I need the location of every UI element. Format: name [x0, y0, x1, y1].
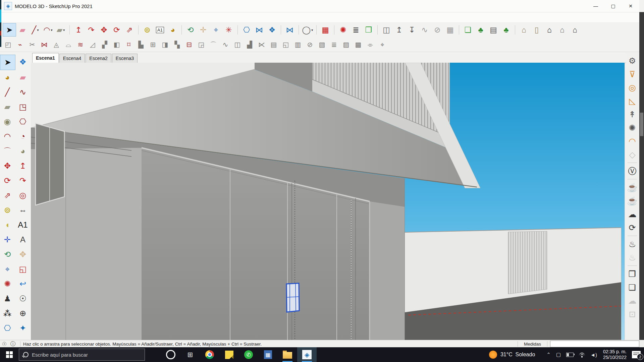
measurements-input[interactable] [550, 341, 639, 347]
vray-viewport-render[interactable]: ♨ [626, 237, 639, 251]
clock[interactable]: 02:35 p. m. 25/10/2022 [603, 349, 627, 361]
tablet-mode-icon[interactable]: ▢ [556, 352, 561, 358]
layers-blue-tool[interactable]: ❖ [266, 23, 278, 36]
vray-render[interactable]: ☕ [626, 181, 639, 194]
zoom-tool[interactable]: ⌖ [0, 262, 15, 277]
vray-infinite-plane[interactable]: ⊽ [626, 67, 639, 81]
section-down-tool[interactable]: ↧ [406, 23, 418, 36]
ext-tool-31[interactable]: ⌯ [364, 39, 376, 50]
home-tool[interactable]: ⌂ [543, 23, 556, 36]
follow-me-tool[interactable]: ↷ [15, 173, 30, 188]
tape-measure-tool[interactable]: ⊚ [0, 203, 15, 218]
ext-tool-9[interactable]: ▞ [99, 39, 111, 50]
eraser-tool[interactable]: ▰ [16, 23, 29, 36]
text-tool[interactable]: A1 [154, 23, 166, 36]
component-window-tool[interactable]: ❏ [462, 23, 474, 36]
push-pull-tool[interactable]: ↥ [15, 159, 30, 173]
previous-view-tool[interactable]: ↩ [15, 277, 30, 291]
eraser-tool[interactable]: ▰ [15, 70, 30, 85]
vray-spot-light[interactable]: ↟ [626, 108, 639, 121]
ext-tool-4[interactable]: ⋈ [38, 39, 50, 50]
position-camera-tool[interactable]: ♟ [0, 291, 15, 306]
arc-tool[interactable]: ◠ [42, 23, 54, 36]
ext-tool-20[interactable]: ◫ [231, 39, 244, 50]
zoom-extents-tool[interactable]: ✳ [222, 23, 235, 36]
select-tool[interactable]: ➤ [0, 55, 15, 70]
scrollbar-thumb[interactable] [640, 113, 643, 136]
ext-tool-21[interactable]: ▟ [244, 39, 256, 50]
tree-tool-2[interactable]: ♣ [500, 23, 513, 36]
filled-arc-tool[interactable]: ◕ [15, 144, 30, 159]
taskbar-app-chrome[interactable] [200, 347, 219, 362]
taskbar-app-sketchup[interactable]: ◈ [297, 347, 317, 362]
taskbar-app-file-explorer[interactable] [278, 347, 297, 362]
list-tool[interactable]: ≣ [350, 23, 362, 36]
rotate-tool[interactable]: ⟳ [0, 173, 15, 188]
scene-tab[interactable]: Escena3 [112, 54, 138, 63]
volume-icon[interactable]: ◄) [590, 352, 597, 358]
sketchup-hex-tool[interactable]: ⎔ [240, 23, 253, 36]
rectangle-tool[interactable]: ▰ [54, 23, 67, 36]
ext-tool-22[interactable]: ⋉ [256, 39, 268, 50]
pan-tool[interactable]: ✛ [197, 23, 210, 36]
weather-sun-icon[interactable] [489, 351, 497, 359]
ext-tool-1[interactable]: ◰ [2, 39, 14, 50]
side-panel-strip[interactable] [639, 12, 644, 340]
grass-tool[interactable]: ∿ [418, 23, 431, 36]
zoom-window-tool[interactable]: ◱ [15, 262, 30, 277]
vray-logo[interactable]: Ⓥ [626, 164, 639, 178]
scene-tab[interactable]: Escena2 [86, 54, 111, 63]
ext-tool-29[interactable]: ▨ [340, 39, 352, 50]
ext-tool-8[interactable]: ◿ [87, 39, 99, 50]
arc-tool[interactable]: ◠ [0, 129, 15, 144]
section-up-tool[interactable]: ↥ [393, 23, 406, 36]
ext-tool-17[interactable]: ◲ [195, 39, 207, 50]
paint-bucket-tool[interactable]: ◕ [0, 70, 15, 85]
rectangle-tool[interactable]: ▰ [0, 100, 15, 114]
close-button[interactable]: ✕ [622, 0, 639, 12]
push-pull-tool[interactable]: ↥ [72, 23, 85, 36]
line-tool[interactable]: ╱ [29, 23, 42, 36]
walk-tool[interactable]: ⁂ [0, 306, 15, 321]
protractor-tool[interactable]: ◖ [0, 218, 15, 232]
taskbar-app-sticky-notes[interactable] [219, 347, 239, 362]
clip-tool[interactable]: ⊘ [431, 23, 444, 36]
ext-tool-7[interactable]: ≋ [74, 39, 87, 50]
swap-model-tool[interactable]: ⋈ [253, 23, 266, 36]
ext-tool-19[interactable]: ∿ [219, 39, 231, 50]
ext-tool-27[interactable]: ▧ [316, 39, 328, 50]
swap-model-tool-2[interactable]: ⋈ [283, 23, 296, 36]
vray-render-cloud[interactable]: ☁ [626, 207, 639, 221]
ext-tool-18[interactable]: ⌒ [207, 39, 219, 50]
taskbar-search[interactable]: Escribe aquí para buscar [19, 349, 145, 361]
move-tool[interactable]: ✥ [98, 23, 110, 36]
battery-icon[interactable] [566, 353, 574, 357]
dimension-tool[interactable]: ⇔ [15, 203, 30, 218]
house-outline-tool[interactable]: ⌂ [569, 23, 581, 36]
ext-tool-15[interactable]: ▚ [171, 39, 183, 50]
taskbar-app-task-view[interactable]: ⊞ [180, 347, 200, 362]
vray-dome-light[interactable]: ◠ [626, 134, 639, 148]
paint-bucket-tool[interactable]: ◕ [166, 23, 179, 36]
notification-center-icon[interactable]: 2 [632, 351, 641, 358]
green-box-tool[interactable]: ❐ [362, 23, 375, 36]
three-point-arc-tool[interactable]: ⌒ [0, 144, 15, 159]
ext-tool-11[interactable]: ⌑ [123, 39, 135, 50]
scale-tool[interactable]: ⇗ [0, 188, 15, 203]
ext-tool-25[interactable]: ▥ [292, 39, 304, 50]
start-button[interactable] [0, 347, 19, 362]
ext-tool-32[interactable]: ⌖ [376, 39, 388, 50]
ext-tool-5[interactable]: ◬ [50, 39, 62, 50]
ext-tool-14[interactable]: ◨ [159, 39, 171, 50]
vray-batch-render[interactable]: ❏ [626, 281, 639, 294]
compass-tool[interactable]: ⊕ [15, 306, 30, 321]
tray-chevron-icon[interactable]: ⌃ [546, 352, 551, 358]
vray-lock-camera[interactable]: ⊡ [626, 307, 639, 321]
scene-tab[interactable]: Escena1 [32, 53, 59, 63]
circle-tool[interactable]: ◉ [0, 114, 15, 129]
taskbar-app-cortana[interactable] [161, 347, 180, 362]
box-building-tool[interactable]: ▯ [530, 23, 543, 36]
selected-door-handle[interactable] [286, 283, 299, 312]
styles-list-tool[interactable]: ▤ [487, 23, 500, 36]
tree-tool[interactable]: ♣ [474, 23, 487, 36]
